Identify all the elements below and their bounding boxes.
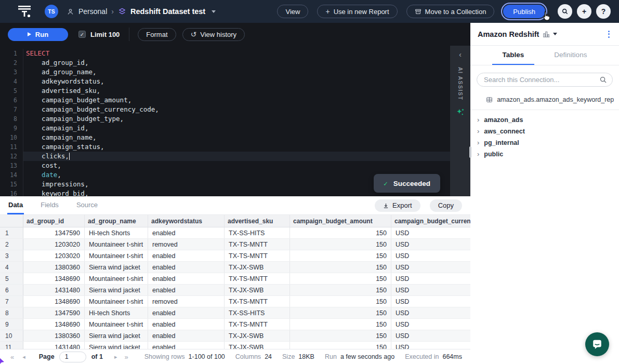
table-cell[interactable]: 150 xyxy=(290,319,391,330)
table-cell[interactable]: 1431480 xyxy=(23,285,85,295)
column-header[interactable]: ad_group_id xyxy=(23,215,85,227)
table-cell[interactable]: USD xyxy=(391,285,470,295)
table-cell[interactable]: enabled xyxy=(148,307,225,318)
table-row[interactable]: 101380360Sierra wind jacketenabledTX-JX-… xyxy=(0,330,470,342)
pinned-table-item[interactable]: amazon_ads.amazon_ads_keyword_report xyxy=(470,93,619,110)
table-cell[interactable]: TX-TS-MNTT xyxy=(225,319,290,330)
table-cell[interactable]: Mountaineer t-shirt xyxy=(85,239,148,250)
breadcrumb-workspace[interactable]: Personal xyxy=(78,7,107,16)
code-line[interactable]: 9 campaign_id, xyxy=(0,124,470,133)
table-cell[interactable]: USD xyxy=(391,307,470,318)
table-cell[interactable]: TX-TS-MNTT xyxy=(225,250,290,261)
code-line[interactable]: 6 campaign_budget_amount, xyxy=(0,96,470,105)
connection-dropdown-caret[interactable] xyxy=(553,33,557,35)
table-cell[interactable]: Hi-tech Shorts xyxy=(85,227,148,238)
new-item-button[interactable]: + xyxy=(577,4,591,19)
code-line[interactable]: 11 campaign_status, xyxy=(0,142,470,152)
code-line[interactable]: 2 ad_group_id, xyxy=(0,58,470,68)
table-cell[interactable]: enabled xyxy=(148,319,225,330)
sql-editor[interactable]: 1SELECT2 ad_group_id,3 ad_group_name,4 a… xyxy=(0,46,470,196)
panel-resize-handle[interactable] xyxy=(469,146,471,158)
table-cell[interactable]: 1348690 xyxy=(23,273,85,284)
table-cell[interactable]: Sierra wind jacket xyxy=(85,285,148,295)
column-header[interactable]: advertised_sku xyxy=(225,215,290,227)
table-row[interactable]: 21203020Mountaineer t-shirtremovedTX-TS-… xyxy=(0,239,470,250)
chevron-down-icon[interactable] xyxy=(212,10,216,13)
table-cell[interactable]: enabled xyxy=(148,227,225,238)
table-cell[interactable]: USD xyxy=(391,273,470,284)
table-cell[interactable]: 1380360 xyxy=(23,330,85,341)
table-cell[interactable]: TX-SS-HITS xyxy=(225,307,290,318)
code-line[interactable]: 5 advertised_sku, xyxy=(0,86,470,96)
table-cell[interactable]: TX-JX-SWB xyxy=(225,330,290,341)
schema-item-pg_internal[interactable]: ›pg_internal xyxy=(470,137,619,149)
table-cell[interactable]: 1203020 xyxy=(23,250,85,261)
table-row[interactable]: 61431480Sierra wind jacketenabledTX-JX-S… xyxy=(0,285,470,296)
table-cell[interactable]: 1347590 xyxy=(23,227,85,238)
table-cell[interactable]: 150 xyxy=(290,239,391,250)
table-cell[interactable]: 1347590 xyxy=(23,307,85,318)
table-cell[interactable]: enabled xyxy=(148,273,225,284)
code-line[interactable]: 3 ad_group_name, xyxy=(0,68,470,77)
table-cell[interactable]: Sierra wind jacket xyxy=(85,342,148,349)
copy-button[interactable]: Copy xyxy=(430,199,462,212)
table-cell[interactable]: USD xyxy=(391,319,470,330)
search-button[interactable] xyxy=(558,4,572,19)
page-number-input[interactable] xyxy=(59,352,86,362)
move-to-collection-button[interactable]: Move to a Collection xyxy=(406,5,495,18)
export-button[interactable]: Export xyxy=(375,199,420,212)
collapse-chevron-icon[interactable]: ‹ xyxy=(459,50,462,59)
table-row[interactable]: 41380360Sierra wind jacketenabledTX-JX-S… xyxy=(0,262,470,273)
use-in-new-report-button[interactable]: + Use in new Report xyxy=(317,5,397,18)
table-cell[interactable]: USD xyxy=(391,342,470,349)
format-button[interactable]: Format xyxy=(138,28,176,41)
table-row[interactable]: 111431480Sierra wind jacketenabledTX-JX-… xyxy=(0,342,470,349)
table-cell[interactable]: 1380360 xyxy=(23,262,85,273)
code-line[interactable]: 8 campaign_budget_type, xyxy=(0,114,470,124)
table-row[interactable]: 71348690Mountaineer t-shirtremovedTX-TS-… xyxy=(0,296,470,307)
first-page-button[interactable]: « xyxy=(10,353,14,361)
code-line[interactable]: 13 cost, xyxy=(0,161,470,170)
tab-fields[interactable]: Fields xyxy=(39,196,60,214)
column-header[interactable]: adkeywordstatus xyxy=(148,215,225,227)
table-row[interactable]: 91348690Mountaineer t-shirtenabledTX-TS-… xyxy=(0,319,470,330)
schema-item-amazon_ads[interactable]: ›amazon_ads xyxy=(470,114,619,126)
table-cell[interactable]: 150 xyxy=(290,307,391,318)
table-cell[interactable]: 1203020 xyxy=(23,239,85,250)
table-cell[interactable]: USD xyxy=(391,250,470,261)
table-cell[interactable]: 1431480 xyxy=(23,342,85,349)
code-line[interactable]: 1SELECT xyxy=(0,49,470,58)
ai-assist-panel[interactable]: ‹ AI ASSIST xyxy=(450,46,470,196)
table-cell[interactable]: 150 xyxy=(290,342,391,349)
view-button[interactable]: View xyxy=(277,5,308,18)
table-cell[interactable]: TX-JX-SWB xyxy=(225,285,290,295)
connection-name[interactable]: Amazon Redshift xyxy=(478,30,539,38)
results-table[interactable]: ad_group_id ad_group_name adkeywordstatu… xyxy=(0,215,470,349)
tab-source[interactable]: Source xyxy=(75,196,99,214)
schema-item-public[interactable]: ›public xyxy=(470,149,619,160)
user-avatar[interactable]: TS xyxy=(45,5,58,18)
table-row[interactable]: 51348690Mountaineer t-shirtenabledTX-TS-… xyxy=(0,273,470,285)
table-cell[interactable]: USD xyxy=(391,296,470,307)
table-cell[interactable]: Mountaineer t-shirt xyxy=(85,296,148,307)
limit-checkbox[interactable]: ✓ xyxy=(78,31,86,38)
schema-item-aws_connect[interactable]: ›aws_connect xyxy=(470,126,619,137)
last-page-button[interactable]: » xyxy=(124,353,128,361)
code-line[interactable]: 12 clicks, xyxy=(0,152,470,161)
tab-definitions[interactable]: Definitions xyxy=(544,46,597,65)
help-button[interactable]: ? xyxy=(596,4,611,19)
table-cell[interactable]: removed xyxy=(148,296,225,307)
table-cell[interactable]: Sierra wind jacket xyxy=(85,330,148,341)
table-cell[interactable]: enabled xyxy=(148,250,225,261)
table-cell[interactable]: Hi-tech Shorts xyxy=(85,307,148,318)
table-cell[interactable]: 1348690 xyxy=(23,319,85,330)
code-line[interactable]: 10 campaign_name, xyxy=(0,133,470,142)
app-logo-icon[interactable] xyxy=(18,5,31,18)
prev-page-button[interactable]: ◂ xyxy=(22,354,25,360)
table-cell[interactable]: Mountaineer t-shirt xyxy=(85,273,148,284)
table-cell[interactable]: 150 xyxy=(290,273,391,284)
column-header[interactable]: campaign_budget_amount xyxy=(290,215,391,227)
table-cell[interactable]: TX-JX-SWB xyxy=(225,342,290,349)
code-line[interactable]: 7 campaign_budget_currency_code, xyxy=(0,105,470,114)
table-row[interactable]: 81347590Hi-tech ShortsenabledTX-SS-HITS1… xyxy=(0,307,470,319)
